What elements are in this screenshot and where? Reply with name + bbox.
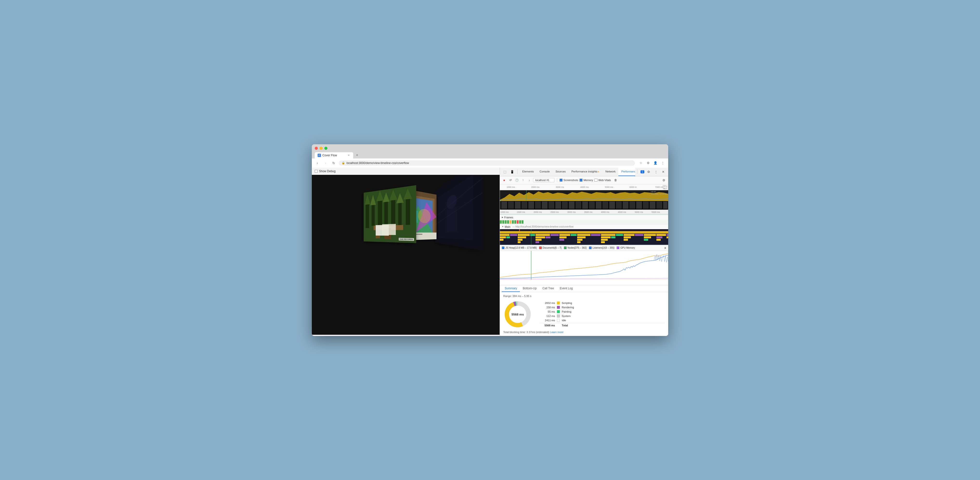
svg-rect-90	[500, 231, 668, 233]
reload-record-button[interactable]: ↺	[508, 178, 513, 182]
tab-performance-insights[interactable]: Performance insights ▲	[568, 168, 603, 176]
svg-rect-82	[509, 220, 511, 223]
bookmark-button[interactable]: ☆	[638, 160, 644, 166]
trash-button[interactable]: 🗑	[613, 178, 618, 182]
devtools-panel: ⬚ 📱 Elements Console Sources Performance…	[500, 168, 668, 336]
nodes-checkbox[interactable]: ✓	[564, 247, 566, 249]
memory-checkbox-label: ✓ Memory	[579, 179, 593, 182]
gpu-memory-checkbox[interactable]: ✓	[617, 247, 619, 249]
scrollbar-toggle[interactable]: ≡	[664, 246, 666, 250]
svg-text:4500 ms: 4500 ms	[618, 211, 626, 213]
device-toggle-button[interactable]: 📱	[509, 169, 515, 175]
svg-rect-50	[576, 201, 581, 209]
extensions-button[interactable]: ⚙	[645, 160, 651, 166]
gpu-memory-label: GPU Memory	[620, 247, 635, 249]
tab-network[interactable]: Network	[603, 168, 618, 176]
svg-rect-117	[624, 236, 631, 238]
record-button[interactable]: ●	[502, 178, 507, 182]
close-devtools-button[interactable]: ✕	[660, 169, 666, 175]
maximize-button[interactable]	[325, 147, 328, 150]
cover-flow-scene: DAB RECORDS	[312, 175, 500, 335]
back-button[interactable]: ‹	[314, 160, 320, 166]
clear-button[interactable]: 🕐	[514, 178, 519, 182]
dt-nav-tabs: Elements Console Sources Performance ins…	[519, 168, 635, 176]
svg-rect-60	[643, 201, 649, 209]
new-tab-button[interactable]: +	[354, 152, 360, 158]
svg-rect-111	[536, 236, 545, 238]
svg-rect-99	[577, 234, 590, 236]
main-content: Show Debug	[312, 168, 668, 336]
show-debug-checkbox[interactable]	[315, 170, 318, 173]
documents-checkbox[interactable]: ✓	[539, 247, 542, 249]
svg-rect-23	[447, 207, 457, 232]
svg-rect-86	[519, 220, 521, 223]
summary-table: 2832 ms Scripting 158 ms Rendering 55 ms	[539, 301, 665, 328]
cf-scene: DAB RECORDS	[312, 175, 500, 335]
notification-count: 1	[639, 169, 644, 174]
profile-select[interactable]: localhost #1	[533, 178, 555, 182]
svg-rect-102	[616, 234, 623, 236]
svg-rect-130	[518, 241, 520, 243]
donut-center-text: 5568 ms	[511, 312, 524, 316]
perf-gear-button[interactable]: ⚙	[662, 178, 666, 182]
inspect-element-button[interactable]: ⬚	[502, 169, 508, 175]
screenshots-checkbox[interactable]: ✓	[560, 179, 563, 182]
main-header[interactable]: ▼ Main — http://localhost:3000/demo/view…	[500, 224, 668, 229]
address-bar[interactable]: 🔒 localhost:3000/demo/view-timeline-css/…	[339, 160, 635, 166]
timeline-ruler: 1000 ms 2000 ms 3000 ms 4000 ms 5000 ms …	[500, 184, 668, 190]
main-flame-chart	[500, 229, 668, 245]
tab-performance[interactable]: Performance	[618, 168, 635, 176]
svg-rect-11	[398, 201, 402, 225]
tab-close-button[interactable]: ✕	[347, 154, 350, 157]
documents-legend: ✓ Documents[6 – 7]	[539, 247, 562, 249]
svg-rect-107	[667, 234, 668, 236]
svg-rect-104	[635, 234, 643, 236]
svg-rect-45	[542, 201, 547, 209]
listeners-legend: ✓ Listeners[163 – 355]	[589, 247, 614, 249]
settings-button[interactable]: ⚙	[646, 169, 652, 175]
svg-rect-5	[378, 197, 382, 228]
tab-favicon: ⚡	[318, 154, 321, 157]
tab-elements[interactable]: Elements	[519, 168, 537, 176]
upload-button[interactable]: ↑	[520, 178, 525, 182]
forward-button[interactable]: ›	[322, 160, 329, 166]
svg-rect-131	[536, 241, 539, 243]
total-color-spacer	[557, 324, 560, 327]
tab-event-log[interactable]: Event Log	[557, 285, 576, 292]
tab-summary[interactable]: Summary	[502, 285, 520, 292]
heap-range-label: HEAP12.8 MB – 17.8 MB	[651, 191, 667, 195]
web-vitals-checkbox[interactable]	[595, 179, 597, 182]
profile-button[interactable]: 👤	[652, 160, 659, 166]
svg-rect-54	[603, 201, 608, 209]
svg-rect-95	[536, 234, 550, 236]
download-button[interactable]: ↓	[527, 178, 531, 182]
summary-row-scripting: 2832 ms Scripting	[539, 301, 665, 305]
tab-bar: ⚡ Cover Flow ✕ +	[315, 152, 665, 158]
reload-button[interactable]: ↻	[331, 160, 337, 166]
tab-call-tree[interactable]: Call Tree	[539, 285, 557, 292]
active-tab[interactable]: ⚡ Cover Flow ✕	[315, 152, 353, 158]
svg-rect-108	[500, 236, 506, 238]
svg-rect-120	[667, 236, 668, 238]
time-ruler2: 1000 ms 1500 ms 2000 ms 2500 ms 3000 ms …	[500, 210, 668, 215]
more-options-button[interactable]: ⋮	[653, 169, 659, 175]
tab-bottom-up[interactable]: Bottom-Up	[520, 285, 539, 292]
svg-rect-61	[650, 201, 655, 209]
listeners-checkbox[interactable]: ✓	[589, 247, 592, 249]
page-area: Show Debug	[312, 168, 500, 336]
tab-sources[interactable]: Sources	[553, 168, 568, 176]
js-heap-checkbox[interactable]: ✓	[502, 247, 504, 249]
learn-more-link[interactable]: Learn more	[550, 331, 563, 334]
close-button[interactable]	[315, 147, 318, 150]
menu-button[interactable]: ⋮	[660, 160, 666, 166]
minimize-button[interactable]	[320, 147, 323, 150]
web-vitals-checkbox-label: Web Vitals	[595, 179, 611, 182]
summary-row-system: 112 ms System	[539, 314, 665, 318]
svg-rect-115	[601, 236, 611, 238]
svg-rect-52	[589, 201, 595, 209]
memory-checkbox[interactable]: ✓	[579, 179, 582, 182]
svg-rect-78	[500, 220, 502, 223]
idle-label: Idle	[562, 319, 566, 322]
frames-header[interactable]: ▶ Frames	[500, 215, 668, 220]
tab-console[interactable]: Console	[537, 168, 553, 176]
